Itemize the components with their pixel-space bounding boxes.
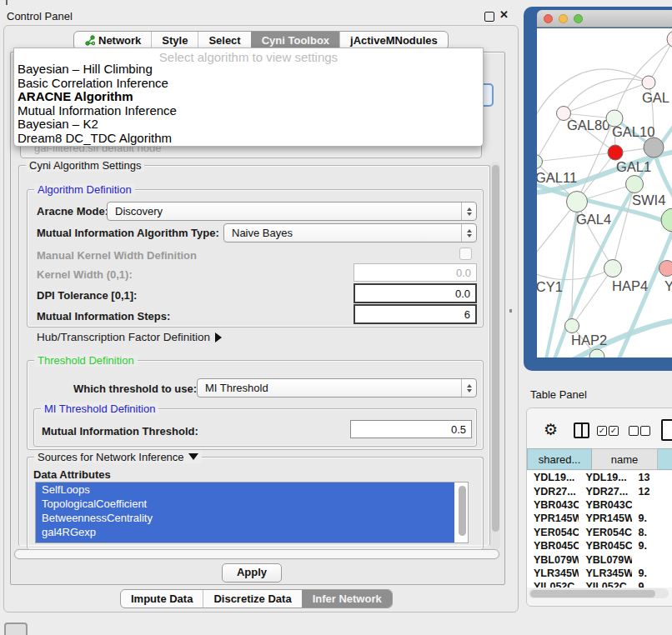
tab-select[interactable]: Select (198, 32, 250, 49)
close-icon[interactable]: ✕ (499, 8, 509, 21)
network-edge[interactable] (617, 233, 672, 358)
table-row[interactable]: YER054CYER054C8. (527, 526, 672, 539)
attribute-item-gal4rgexp[interactable]: gal4RGexp (36, 525, 454, 539)
tab-style[interactable]: Style (151, 32, 198, 49)
algorithm-option-dream8-dc-tdc-algorithm[interactable]: Dream8 DC_TDC Algorithm (14, 132, 483, 146)
settings-horizontal-scrollbar[interactable] (13, 548, 500, 560)
tab-discretize-data[interactable]: Discretize Data (203, 590, 301, 608)
network-canvas[interactable]: GALGAL80GAL10GAL1GAL11SWI4GAL4GCY1HAP4YH… (537, 28, 672, 358)
tab-network[interactable]: Network (74, 32, 151, 49)
mi-type-label: Mutual Information Algorithm Type: (37, 227, 219, 239)
sources-group-label: Sources for Network Inference (38, 451, 184, 463)
network-node-gal4[interactable] (567, 192, 588, 212)
table-cell: YBR043C (527, 499, 579, 511)
settings-hscroll-thumb[interactable] (14, 549, 499, 559)
data-attributes-list[interactable]: SelfLoopsTopologicalCoefficientBetweenne… (35, 482, 469, 543)
float-window-icon[interactable] (484, 12, 494, 22)
document-icon[interactable] (661, 419, 672, 441)
settings-vertical-scrollbar[interactable] (490, 162, 500, 550)
network-node-hap4[interactable] (604, 260, 622, 278)
attribute-item-selfloops[interactable]: SelfLoops (36, 482, 454, 497)
table-cell: YIL052C (527, 581, 579, 588)
attribute-item-topologicalcoefficient[interactable]: TopologicalCoefficient (36, 497, 454, 511)
node-label-gal11: GAL11 (537, 170, 577, 185)
network-edge[interactable] (649, 40, 672, 82)
mi-threshold-field[interactable]: 0.5 (350, 420, 472, 438)
algorithm-option-aracne-algorithm[interactable]: ARACNE Algorithm (14, 90, 483, 104)
unchecked-box-icon[interactable] (629, 426, 639, 436)
column-header-a[interactable]: A (658, 448, 672, 470)
network-node-swi4[interactable] (626, 176, 644, 193)
apply-button[interactable]: Apply (222, 563, 282, 582)
network-node-hap2[interactable] (565, 319, 579, 333)
network-node[interactable] (644, 138, 664, 158)
network-node-gal1[interactable] (608, 145, 623, 160)
tab-label: Infer Network (313, 592, 382, 605)
sources-group-title[interactable]: Sources for Network Inference (34, 451, 202, 463)
minimize-window-icon[interactable] (559, 14, 568, 23)
table-row[interactable]: YLR345WYLR345W9. (527, 567, 672, 580)
algorithm-option-basic-correlation-inference[interactable]: Basic Correlation Inference (14, 77, 483, 91)
checked-box-icon[interactable]: ✓ (597, 426, 607, 436)
tab-infer-network[interactable]: Infer Network (302, 590, 392, 608)
table-cell: YBL079W (527, 554, 579, 566)
network-node-gal[interactable] (642, 76, 655, 89)
table-cell: 9 (632, 581, 672, 588)
tab-impute-data[interactable]: Impute Data (121, 590, 203, 608)
top-edge-tick (6, 0, 8, 5)
which-threshold-select[interactable]: MI Threshold (197, 378, 477, 398)
dpi-tolerance-field[interactable]: 0.0 (354, 283, 477, 303)
network-node-gal11[interactable] (537, 155, 543, 169)
network-edge[interactable] (537, 268, 613, 280)
aracne-mode-value: Discovery (115, 205, 163, 218)
table-row[interactable]: YBR045CYBR045C9. (527, 539, 672, 552)
network-edge[interactable] (537, 152, 615, 162)
table-row[interactable]: YIL052CYIL052C9 (527, 580, 672, 588)
tab-jactivemnodules[interactable]: jActiveMNodules (339, 32, 448, 49)
network-window-titlebar[interactable] (537, 10, 672, 28)
collapsed-panel-icon[interactable] (4, 622, 28, 635)
table-hscroll-thumb[interactable] (530, 590, 655, 598)
kernel-width-field[interactable]: 0.0 (354, 263, 477, 282)
split-columns-icon[interactable] (574, 422, 589, 438)
network-graph[interactable]: GALGAL80GAL10GAL1GAL11SWI4GAL4GCY1HAP4YH… (537, 28, 672, 358)
table-row[interactable]: YDR27...YDR27...12 (527, 484, 672, 498)
tab-cyni-toolbox[interactable]: Cyni Toolbox (251, 32, 339, 49)
mi-type-select[interactable]: Naive Bayes (223, 223, 477, 242)
zoom-window-icon[interactable] (574, 14, 583, 23)
table-cell: 12 (632, 486, 672, 498)
algorithm-option-mutual-information-inference[interactable]: Mutual Information Inference (14, 104, 483, 118)
mi-threshold-group-title: MI Threshold Definition (41, 402, 158, 415)
table-row[interactable]: YBL079WYBL079W (527, 552, 672, 566)
gear-icon[interactable]: ⚙ (544, 420, 558, 438)
table-row[interactable]: YBR043CYBR043C (527, 498, 672, 512)
algorithm-option-bayesian-hill-climbing[interactable]: Bayesian – Hill Climbing (14, 62, 483, 77)
network-edge[interactable] (564, 78, 649, 113)
column-header-name[interactable]: name (592, 448, 658, 470)
checked-box-icon[interactable]: ✓ (609, 426, 619, 436)
table-cell: YPR145W (527, 512, 579, 524)
settings-vscroll-thumb[interactable] (492, 165, 499, 532)
table-cell: 9. (632, 540, 672, 552)
column-header-shared-[interactable]: shared... (527, 448, 592, 470)
splitter-handle[interactable] (509, 309, 512, 312)
network-edge[interactable] (537, 113, 564, 162)
aracne-mode-select[interactable]: Discovery (107, 202, 477, 221)
mi-steps-label: Mutual Information Steps: (37, 310, 170, 322)
network-edge[interactable] (537, 202, 577, 268)
network-node[interactable] (661, 208, 672, 232)
network-node-y[interactable] (659, 261, 672, 277)
hub-definition-toggle[interactable]: Hub/Transcription Factor Definition (37, 331, 222, 343)
unchecked-box-icon[interactable] (640, 426, 650, 436)
table-row[interactable]: YDL19...YDL19...13 (527, 471, 672, 484)
aracne-mode-label: Aracne Mode: (37, 205, 108, 218)
table-row[interactable]: YPR145WYPR145W9. (527, 512, 672, 525)
table-cell: 9. (632, 568, 672, 579)
mi-steps-field[interactable]: 6 (354, 304, 477, 324)
manual-kernel-checkbox[interactable] (459, 248, 472, 260)
attribute-item-betweennesscentrality[interactable]: BetweennessCentrality (36, 511, 454, 525)
close-window-icon[interactable] (544, 14, 553, 23)
algorithm-option-bayesian-k2[interactable]: Bayesian – K2 (14, 118, 483, 132)
list-vscroll-thumb[interactable] (459, 486, 466, 536)
table-horizontal-scrollbar[interactable] (529, 588, 669, 598)
